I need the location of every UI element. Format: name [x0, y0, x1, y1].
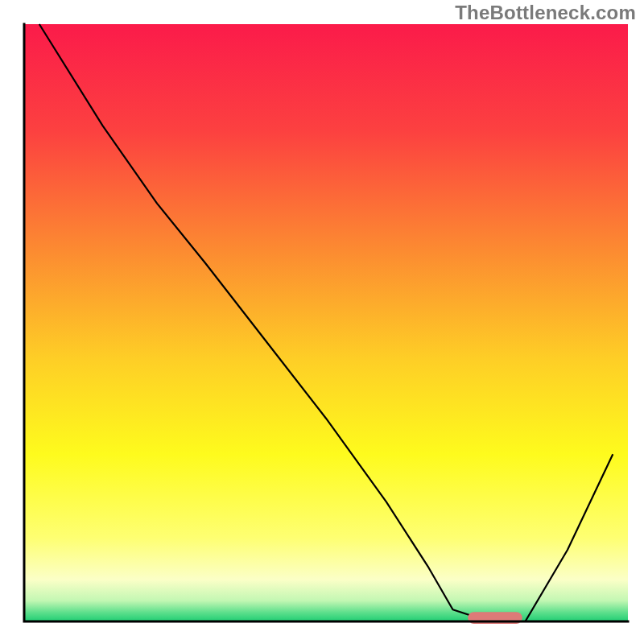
- watermark-text: TheBottleneck.com: [455, 2, 636, 24]
- bottleneck-chart: [0, 0, 644, 644]
- gradient-background: [24, 24, 628, 621]
- chart-container: { "watermark": "TheBottleneck.com", "cha…: [0, 0, 644, 644]
